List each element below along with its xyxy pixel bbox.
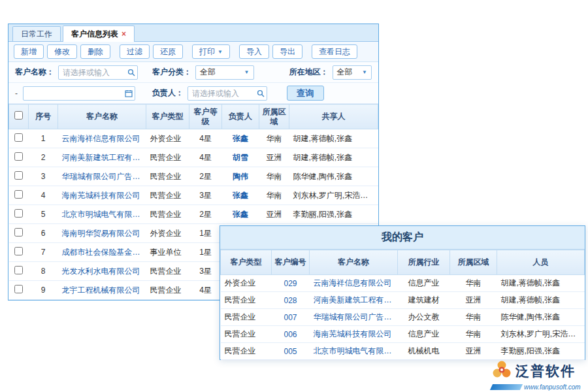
col-header-name: 客户名称 bbox=[310, 250, 398, 275]
add-button[interactable]: 新增 bbox=[14, 44, 44, 59]
customer-category-select[interactable]: 全部 ▼ bbox=[195, 65, 254, 80]
customer-name-link[interactable]: 成都市社会保险基金管理... bbox=[58, 243, 146, 262]
list-item[interactable]: 民营企业007华瑞城有限公司广告设计部办公文教华南陈华健,陶伟,张鑫 bbox=[221, 309, 585, 326]
col-header-type: 客户类型 bbox=[146, 105, 189, 129]
filter-button[interactable]: 过滤 bbox=[120, 44, 150, 59]
print-label: 打印 bbox=[199, 46, 215, 57]
close-icon[interactable]: × bbox=[122, 29, 126, 39]
list-item[interactable]: 民营企业006海南芜城科技有限公司信息产业华南刘东林,罗广明,宋浩然,张鑫 bbox=[221, 326, 585, 343]
my-customers-table-body: 外资企业029云南海祥信息有限公司信息产业华南胡建,蒋德帧,张鑫民营企业028河… bbox=[221, 275, 585, 360]
filter-label: 过滤 bbox=[127, 46, 142, 57]
toolbar: 新增 修改 删除 过滤 还原 打印 ▼ 导入 导出 查看日志 bbox=[8, 42, 378, 62]
row-index: 6 bbox=[29, 224, 58, 243]
delete-button[interactable]: 删除 bbox=[80, 44, 110, 59]
row-checkbox[interactable] bbox=[14, 228, 23, 237]
add-label: 新增 bbox=[21, 46, 37, 57]
table-row[interactable]: 3华瑞城有限公司广告设计部民营企业2星陶伟华南陈华健,陶伟,张鑫 bbox=[9, 167, 378, 186]
owner-input[interactable] bbox=[188, 86, 267, 101]
brand-site: www.fanpusoft.com bbox=[524, 384, 581, 391]
customer-level: 4星 bbox=[189, 281, 222, 300]
row-checkbox[interactable] bbox=[14, 171, 23, 180]
customer-name-link[interactable]: 华瑞城有限公司广告设计部 bbox=[310, 309, 398, 326]
category-label: 客户分类： bbox=[152, 67, 191, 78]
owner-link[interactable]: 张鑫 bbox=[222, 205, 259, 224]
logo-wedge bbox=[490, 384, 523, 390]
shared-with: 陈华健,陶伟,张鑫 bbox=[289, 167, 378, 186]
region: 亚洲 bbox=[259, 148, 289, 167]
customer-name-link[interactable]: 龙宇工程机械有限公司 bbox=[58, 281, 146, 300]
owner-link[interactable]: 张鑫 bbox=[222, 129, 259, 148]
date-input[interactable] bbox=[23, 86, 135, 101]
table-row[interactable]: 2河南美新建筑工程有限公司民营企业4星胡雪亚洲胡建,蒋德帧,张鑫 bbox=[9, 148, 378, 167]
customer-name-link[interactable]: 光发水利水电有限公司 bbox=[58, 262, 146, 281]
row-checkbox[interactable] bbox=[14, 209, 23, 218]
customer-name-link[interactable]: 海南芜城科技有限公司 bbox=[58, 186, 146, 205]
export-button[interactable]: 导出 bbox=[272, 44, 302, 59]
customer-name-link[interactable]: 云南海祥信息有限公司 bbox=[310, 275, 398, 292]
table-row[interactable]: 4海南芜城科技有限公司民营企业3星张鑫华南刘东林,罗广明,宋浩然,张鑫 bbox=[9, 186, 378, 205]
customer-code-link[interactable]: 029 bbox=[272, 275, 310, 292]
tab-customer-list[interactable]: 客户信息列表 × bbox=[63, 25, 135, 42]
customer-code-link[interactable]: 006 bbox=[272, 326, 310, 343]
customer-code-link[interactable]: 028 bbox=[272, 292, 310, 309]
customer-name-input[interactable] bbox=[58, 65, 138, 80]
row-checkbox-cell bbox=[9, 281, 29, 300]
customer-code-link[interactable]: 007 bbox=[272, 309, 310, 326]
customer-level: 3星 bbox=[189, 262, 222, 281]
filter-row-2: - 负责人： 查询 bbox=[8, 83, 378, 104]
staff: 刘东林,罗广明,宋浩然,张鑫 bbox=[497, 326, 585, 343]
customer-name-link[interactable]: 河南美新建筑工程有限公司 bbox=[310, 292, 398, 309]
view-log-button[interactable]: 查看日志 bbox=[312, 44, 357, 59]
customer-name-link[interactable]: 河南美新建筑工程有限公司 bbox=[58, 148, 146, 167]
customer-name-link[interactable]: 海南明华贸易有限公司 bbox=[58, 224, 146, 243]
row-checkbox[interactable] bbox=[14, 190, 23, 199]
my-customers-header-row: 客户类型 客户编号 客户名称 所属行业 所属区域 人员 bbox=[221, 250, 585, 275]
customer-name-link[interactable]: 海南芜城科技有限公司 bbox=[310, 326, 398, 343]
table-row[interactable]: 1云南海祥信息有限公司外资企业4星张鑫华南胡建,蒋德帧,张鑫 bbox=[9, 129, 378, 148]
list-item[interactable]: 民营企业005北京市明城电气有限公司机械机电亚洲李勤丽,阳强,张鑫 bbox=[221, 343, 585, 360]
owner-link[interactable]: 胡雪 bbox=[222, 148, 259, 167]
list-item[interactable]: 外资企业029云南海祥信息有限公司信息产业华南胡建,蒋德帧,张鑫 bbox=[221, 275, 585, 292]
search-icon[interactable] bbox=[257, 90, 265, 99]
row-checkbox[interactable] bbox=[14, 152, 23, 161]
row-index: 9 bbox=[29, 281, 58, 300]
row-checkbox[interactable] bbox=[14, 285, 23, 293]
col-header-region: 所属区域 bbox=[450, 250, 497, 275]
import-label: 导入 bbox=[246, 46, 262, 57]
restore-button[interactable]: 还原 bbox=[153, 44, 183, 59]
edit-button[interactable]: 修改 bbox=[47, 44, 77, 59]
row-checkbox[interactable] bbox=[14, 266, 23, 274]
owner-link[interactable]: 张鑫 bbox=[222, 186, 259, 205]
query-button[interactable]: 查询 bbox=[287, 86, 324, 101]
region-select[interactable]: 全部 ▼ bbox=[333, 65, 372, 80]
calendar-icon[interactable] bbox=[125, 90, 133, 99]
tab-daily-work[interactable]: 日常工作 bbox=[12, 26, 61, 41]
region: 华南 bbox=[259, 129, 289, 148]
row-checkbox[interactable] bbox=[14, 133, 23, 142]
table-row[interactable]: 5北京市明城电气有限公司民营企业2星张鑫亚洲李勤丽,阳强,张鑫 bbox=[9, 205, 378, 224]
my-customers-window: 我的客户 客户类型 客户编号 客户名称 所属行业 所属区域 人员 外资企业029… bbox=[220, 225, 585, 360]
shared-with: 胡建,蒋德帧,张鑫 bbox=[289, 129, 378, 148]
import-button[interactable]: 导入 bbox=[239, 44, 269, 59]
customer-name-link[interactable]: 北京市明城电气有限公司 bbox=[310, 343, 398, 360]
select-all-checkbox[interactable] bbox=[14, 111, 23, 120]
search-icon[interactable] bbox=[127, 69, 135, 78]
fanpu-flower-icon bbox=[491, 359, 512, 382]
fanpu-logo: 泛普软件 www.fanpusoft.com bbox=[491, 359, 585, 391]
print-button[interactable]: 打印 ▼ bbox=[192, 44, 230, 59]
customer-name-link[interactable]: 北京市明城电气有限公司 bbox=[58, 205, 146, 224]
customer-code-link[interactable]: 005 bbox=[272, 343, 310, 360]
customer-name-link[interactable]: 云南海祥信息有限公司 bbox=[58, 129, 146, 148]
row-checkbox-cell bbox=[9, 129, 29, 148]
row-checkbox[interactable] bbox=[14, 247, 23, 255]
customer-name-link[interactable]: 华瑞城有限公司广告设计部 bbox=[58, 167, 146, 186]
customer-level: 4星 bbox=[189, 129, 222, 148]
chevron-down-icon: ▼ bbox=[218, 49, 223, 55]
region: 华南 bbox=[450, 275, 497, 292]
staff: 胡建,蒋德帧,张鑫 bbox=[497, 292, 585, 309]
col-header-region: 所属区域 bbox=[259, 105, 289, 129]
owner-link[interactable]: 陶伟 bbox=[222, 167, 259, 186]
customer-level: 4星 bbox=[189, 148, 222, 167]
list-item[interactable]: 民营企业028河南美新建筑工程有限公司建筑建材亚洲胡建,蒋德帧,张鑫 bbox=[221, 292, 585, 309]
row-index: 1 bbox=[29, 129, 58, 148]
